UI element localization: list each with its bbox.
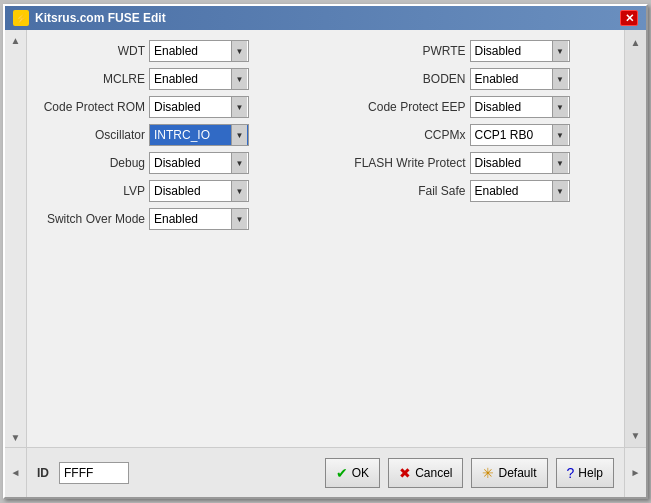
right-field-row: CCPMxCCP1 RB0▼	[336, 124, 617, 146]
right-select-fail-safe[interactable]: Enabled	[470, 180, 570, 202]
title-bar: ⚡ Kitsrus.com FUSE Edit ✕	[5, 6, 646, 30]
form-area: WDTEnabled▼MCLREEnabled▼Code Protect ROM…	[35, 40, 616, 437]
field-label: MCLRE	[35, 72, 145, 86]
left-field-row: Switch Over ModeEnabled▼	[35, 208, 316, 230]
ok-icon: ✔	[336, 465, 348, 481]
left-select-wdt[interactable]: Enabled	[149, 40, 249, 62]
select-wrapper: Disabled▼	[149, 152, 249, 174]
select-wrapper: Enabled▼	[149, 208, 249, 230]
close-button[interactable]: ✕	[620, 10, 638, 26]
select-wrapper: Enabled▼	[470, 68, 570, 90]
select-wrapper: Disabled▼	[149, 180, 249, 202]
bottom-right-panel: ►	[624, 448, 646, 497]
field-label: Debug	[35, 156, 145, 170]
right-select-boden[interactable]: Enabled	[470, 68, 570, 90]
right-sidebar: ▲ ▼	[624, 30, 646, 447]
left-field-row: Code Protect ROMDisabled▼	[35, 96, 316, 118]
left-arrow-icon: ◄	[11, 467, 21, 478]
left-select-code-protect-rom[interactable]: Disabled	[149, 96, 249, 118]
left-field-row: OscillatorINTRC_IO▼	[35, 124, 316, 146]
main-content: WDTEnabled▼MCLREEnabled▼Code Protect ROM…	[27, 30, 624, 447]
field-label: Code Protect EEP	[336, 100, 466, 114]
right-field-row: BODENEnabled▼	[336, 68, 617, 90]
scroll-right-up-icon[interactable]: ▲	[628, 34, 644, 50]
bottom-left-panel: ◄	[5, 448, 27, 497]
window-icon: ⚡	[13, 10, 29, 26]
cancel-button[interactable]: ✖Cancel	[388, 458, 463, 488]
right-field-row: Fail SafeEnabled▼	[336, 180, 617, 202]
title-bar-left: ⚡ Kitsrus.com FUSE Edit	[13, 10, 166, 26]
bottom-bar: ◄ ID ✔OK✖Cancel✳Default?Help ►	[5, 447, 646, 497]
select-wrapper: Enabled▼	[470, 180, 570, 202]
window-title: Kitsrus.com FUSE Edit	[35, 11, 166, 25]
left-column: WDTEnabled▼MCLREEnabled▼Code Protect ROM…	[35, 40, 316, 437]
bottom-buttons: ✔OK✖Cancel✳Default?Help	[325, 458, 614, 488]
field-label: LVP	[35, 184, 145, 198]
right-select-ccpmx[interactable]: CCP1 RB0	[470, 124, 570, 146]
help-label: Help	[578, 466, 603, 480]
id-label: ID	[37, 466, 49, 480]
ok-button[interactable]: ✔OK	[325, 458, 380, 488]
right-field-row: FLASH Write ProtectDisabled▼	[336, 152, 617, 174]
left-select-switch-over-mode[interactable]: Enabled	[149, 208, 249, 230]
field-label: Switch Over Mode	[35, 212, 145, 226]
default-label: Default	[498, 466, 536, 480]
ok-label: OK	[352, 466, 369, 480]
right-arrow-icon: ►	[631, 467, 641, 478]
field-label: Code Protect ROM	[35, 100, 145, 114]
cancel-icon: ✖	[399, 465, 411, 481]
field-label: CCPMx	[336, 128, 466, 142]
right-select-pwrte[interactable]: Disabled	[470, 40, 570, 62]
main-window: ⚡ Kitsrus.com FUSE Edit ✕ ▲ ▼ WDTEnabled…	[3, 4, 648, 499]
right-field-row: PWRTEDisabled▼	[336, 40, 617, 62]
field-label: PWRTE	[336, 44, 466, 58]
right-select-code-protect-eep[interactable]: Disabled	[470, 96, 570, 118]
select-wrapper: Enabled▼	[149, 40, 249, 62]
scroll-up-icon[interactable]: ▲	[8, 32, 24, 48]
cancel-label: Cancel	[415, 466, 452, 480]
field-label: WDT	[35, 44, 145, 58]
select-wrapper: INTRC_IO▼	[149, 124, 249, 146]
left-field-row: MCLREEnabled▼	[35, 68, 316, 90]
select-wrapper: Disabled▼	[149, 96, 249, 118]
field-label: Fail Safe	[336, 184, 466, 198]
select-wrapper: Disabled▼	[470, 96, 570, 118]
bottom-content: ID ✔OK✖Cancel✳Default?Help	[27, 448, 624, 497]
field-label: FLASH Write Protect	[336, 156, 466, 170]
left-field-row: LVPDisabled▼	[35, 180, 316, 202]
id-input[interactable]	[59, 462, 129, 484]
left-select-mclre[interactable]: Enabled	[149, 68, 249, 90]
select-wrapper: Disabled▼	[470, 152, 570, 174]
field-label: BODEN	[336, 72, 466, 86]
select-wrapper: Disabled▼	[470, 40, 570, 62]
scroll-right-down-icon[interactable]: ▼	[628, 427, 644, 443]
left-select-lvp[interactable]: Disabled	[149, 180, 249, 202]
scroll-down-icon[interactable]: ▼	[8, 429, 24, 445]
help-icon: ?	[567, 465, 575, 481]
left-field-row: WDTEnabled▼	[35, 40, 316, 62]
field-label: Oscillator	[35, 128, 145, 142]
left-sidebar: ▲ ▼	[5, 30, 27, 447]
right-select-flash-write-protect[interactable]: Disabled	[470, 152, 570, 174]
default-icon: ✳	[482, 465, 494, 481]
right-column: PWRTEDisabled▼BODENEnabled▼Code Protect …	[336, 40, 617, 437]
left-select-oscillator[interactable]: INTRC_IO	[149, 124, 249, 146]
select-wrapper: Enabled▼	[149, 68, 249, 90]
left-select-debug[interactable]: Disabled	[149, 152, 249, 174]
left-field-row: DebugDisabled▼	[35, 152, 316, 174]
right-field-row: Code Protect EEPDisabled▼	[336, 96, 617, 118]
default-button[interactable]: ✳Default	[471, 458, 547, 488]
help-button[interactable]: ?Help	[556, 458, 614, 488]
select-wrapper: CCP1 RB0▼	[470, 124, 570, 146]
